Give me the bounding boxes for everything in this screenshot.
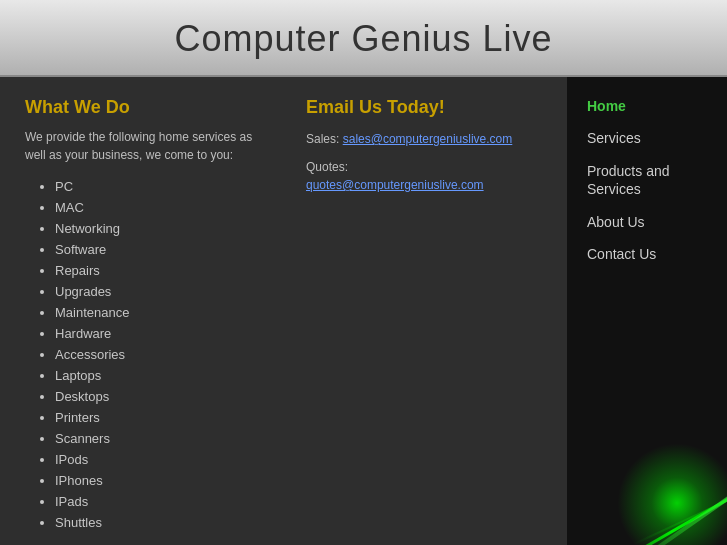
sales-block: Sales: sales@computergeniuslive.com	[306, 132, 547, 146]
email-title: Email Us Today!	[306, 97, 547, 118]
sidebar: Home Services Products and Services Abou…	[567, 77, 727, 545]
sales-label: Sales: sales@computergeniuslive.com	[306, 132, 547, 146]
services-list: PC MAC Networking Software Repairs Upgra…	[25, 176, 266, 533]
sales-email-link[interactable]: sales@computergeniuslive.com	[343, 132, 513, 146]
list-item: Laptops	[55, 365, 266, 386]
main-layout: What We Do We provide the following home…	[0, 77, 727, 545]
quotes-label: Quotes:	[306, 160, 547, 174]
sidebar-item-products-services[interactable]: Products and Services	[579, 156, 715, 204]
list-item: Hardware	[55, 323, 266, 344]
what-we-do-title: What We Do	[25, 97, 266, 118]
sidebar-item-about[interactable]: About Us	[579, 208, 715, 236]
quotes-email-link[interactable]: quotes@computergeniuslive.com	[306, 178, 547, 192]
list-item: Networking	[55, 218, 266, 239]
glow-line-2	[633, 489, 727, 545]
list-item: IPads	[55, 491, 266, 512]
quotes-block: Quotes: quotes@computergeniuslive.com	[306, 160, 547, 192]
list-item: IPhones	[55, 470, 266, 491]
list-item: Printers	[55, 407, 266, 428]
sidebar-glow	[600, 426, 727, 545]
list-item: PC	[55, 176, 266, 197]
left-column: What We Do We provide the following home…	[25, 97, 266, 533]
list-item: IPods	[55, 449, 266, 470]
list-item: Shuttles	[55, 512, 266, 533]
list-item: Repairs	[55, 260, 266, 281]
content-area: What We Do We provide the following home…	[0, 77, 567, 545]
site-title: Computer Genius Live	[0, 18, 727, 60]
list-item: Software	[55, 239, 266, 260]
list-item: MAC	[55, 197, 266, 218]
sidebar-item-home[interactable]: Home	[579, 92, 715, 120]
sidebar-item-services[interactable]: Services	[579, 124, 715, 152]
site-header: Computer Genius Live	[0, 0, 727, 77]
list-item: Desktops	[55, 386, 266, 407]
list-item: Upgrades	[55, 281, 266, 302]
list-item: Maintenance	[55, 302, 266, 323]
intro-text: We provide the following home services a…	[25, 128, 266, 164]
sidebar-item-contact[interactable]: Contact Us	[579, 240, 715, 268]
list-item: Scanners	[55, 428, 266, 449]
right-column: Email Us Today! Sales: sales@computergen…	[286, 97, 547, 533]
list-item: Accessories	[55, 344, 266, 365]
